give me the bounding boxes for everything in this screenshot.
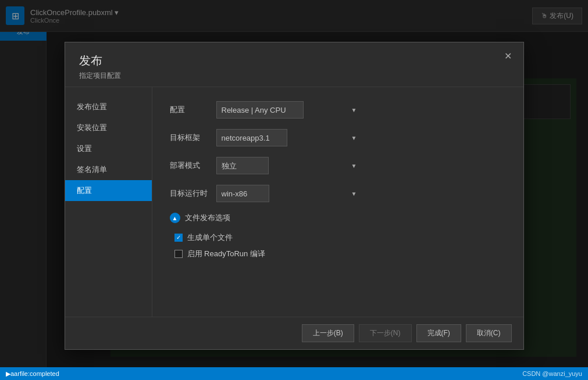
modal-subtitle: 指定项目配置 — [79, 71, 509, 81]
deploy-row: 部署模式 独立 依赖框架 ▼ — [170, 157, 506, 174]
framework-label: 目标框架 — [170, 132, 216, 143]
nav-item-settings[interactable]: 设置 — [65, 138, 152, 159]
section-title: 文件发布选项 — [185, 213, 230, 223]
readytorun-checkbox-row: 启用 ReadyToRun 编译 — [174, 249, 506, 259]
modal-body: 发布位置 安装位置 设置 签名清单 配置 配置 Release | Any CP… — [65, 87, 523, 317]
readytorun-label: 启用 ReadyToRun 编译 — [187, 249, 265, 259]
runtime-select-arrow: ▼ — [351, 191, 357, 197]
framework-select[interactable]: netcoreapp3.1 netcoreapp3.0 net5.0 — [216, 129, 287, 146]
nav-item-publish-location[interactable]: 发布位置 — [65, 96, 152, 117]
framework-row: 目标框架 netcoreapp3.1 netcoreapp3.0 net5.0 … — [170, 129, 506, 146]
deploy-select-wrapper: 独立 依赖框架 ▼ — [216, 157, 362, 174]
config-row: 配置 Release | Any CPU Debug | Any CPU Rel… — [170, 101, 506, 119]
nav-item-install-location[interactable]: 安装位置 — [65, 117, 152, 138]
single-file-label: 生成单个文件 — [187, 232, 233, 243]
status-left-text: ▶aarfile:completed — [6, 370, 59, 378]
deploy-select-arrow: ▼ — [351, 163, 357, 169]
modal-footer: 上一步(B) 下一步(N) 完成(F) 取消(C) — [65, 317, 523, 349]
nav-item-config[interactable]: 配置 — [65, 180, 152, 201]
single-file-checkbox-row: ✓ 生成单个文件 — [174, 232, 506, 243]
modal-header: 发布 指定项目配置 ✕ — [65, 42, 523, 87]
config-select-wrapper: Release | Any CPU Debug | Any CPU Releas… — [216, 101, 362, 119]
modal-form: 配置 Release | Any CPU Debug | Any CPU Rel… — [152, 87, 523, 317]
next-button[interactable]: 下一步(N) — [359, 324, 412, 342]
section-expand-icon[interactable]: ▲ — [170, 213, 180, 223]
file-publish-section-header: ▲ 文件发布选项 — [170, 213, 506, 223]
runtime-select[interactable]: win-x86 win-x64 linux-x64 osx-x64 — [216, 185, 269, 202]
readytorun-checkbox[interactable] — [174, 250, 183, 258]
framework-select-arrow: ▼ — [351, 135, 357, 141]
finish-button[interactable]: 完成(F) — [416, 324, 461, 342]
deploy-select[interactable]: 独立 依赖框架 — [216, 157, 269, 174]
status-right-text: CSDN @wanzi_yuyu — [522, 370, 582, 377]
back-button[interactable]: 上一步(B) — [302, 324, 354, 342]
modal-overlay: 发布 指定项目配置 ✕ 发布位置 安装位置 设置 签名清单 配置 配置 — [0, 0, 588, 380]
cancel-button[interactable]: 取消(C) — [466, 324, 512, 342]
publish-dialog: 发布 指定项目配置 ✕ 发布位置 安装位置 设置 签名清单 配置 配置 — [65, 42, 524, 350]
nav-item-sign-manifest[interactable]: 签名清单 — [65, 159, 152, 180]
modal-nav: 发布位置 安装位置 设置 签名清单 配置 — [65, 87, 152, 317]
runtime-label: 目标运行时 — [170, 188, 216, 199]
framework-select-wrapper: netcoreapp3.1 netcoreapp3.0 net5.0 ▼ — [216, 129, 362, 146]
runtime-select-wrapper: win-x86 win-x64 linux-x64 osx-x64 ▼ — [216, 185, 362, 202]
status-bar: ▶aarfile:completed CSDN @wanzi_yuyu — [0, 367, 588, 380]
checkbox-check-icon: ✓ — [176, 235, 181, 241]
modal-title: 发布 — [79, 53, 509, 69]
single-file-checkbox[interactable]: ✓ — [174, 234, 183, 242]
config-label: 配置 — [170, 105, 216, 115]
deploy-label: 部署模式 — [170, 160, 216, 171]
runtime-row: 目标运行时 win-x86 win-x64 linux-x64 osx-x64 … — [170, 185, 506, 202]
config-select[interactable]: Release | Any CPU Debug | Any CPU Releas… — [216, 101, 304, 119]
close-button[interactable]: ✕ — [501, 49, 515, 63]
config-select-arrow: ▼ — [351, 107, 357, 113]
